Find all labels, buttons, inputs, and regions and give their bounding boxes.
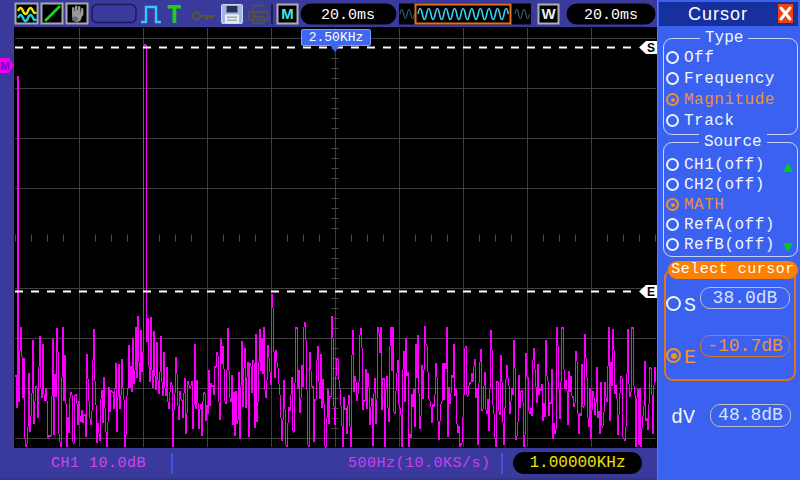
svg-text:M: M [0, 60, 9, 72]
svg-text:W: W [541, 5, 556, 22]
svg-text:S: S [647, 41, 655, 55]
svg-text:M: M [281, 5, 294, 22]
svg-text:20.0ms: 20.0ms [321, 7, 375, 24]
svg-text:E: E [647, 285, 655, 299]
svg-text:20.0ms: 20.0ms [584, 7, 638, 24]
